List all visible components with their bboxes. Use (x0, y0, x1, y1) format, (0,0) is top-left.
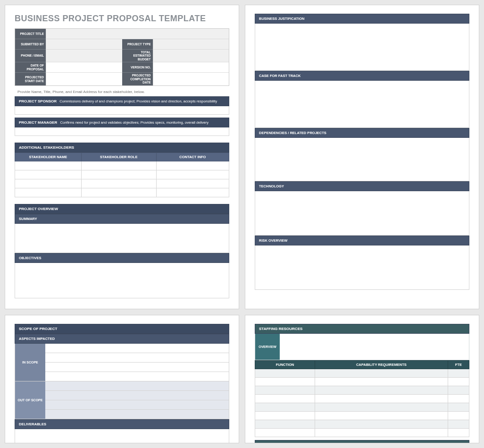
document-title: BUSINESS PROJECT PROPOSAL TEMPLATE (15, 14, 229, 24)
aspects-header: ASPECTS IMPACTED (15, 334, 229, 344)
in-scope-row: IN SCOPE (15, 344, 229, 381)
business-justification-header: BUSINESS JUSTIFICATION (255, 14, 469, 24)
table-row[interactable] (15, 161, 229, 170)
input-objectives[interactable] (15, 263, 229, 298)
input-version-no[interactable] (153, 62, 229, 73)
input-technology[interactable] (255, 191, 469, 236)
label-project-type: PROJECT TYPE (122, 39, 153, 50)
label-projected-completion: PROJECTED COMPLETION DATE (122, 73, 153, 85)
project-sponsor-desc: Commissions delivery of and champions pr… (59, 99, 217, 103)
input-overview[interactable] (280, 334, 469, 360)
table-row[interactable] (255, 403, 469, 412)
fast-track-header: CASE FOR FAST TRACK (255, 71, 469, 81)
input-date-of-proposal[interactable] (46, 62, 122, 73)
project-sponsor-label: PROJECT SPONSOR (19, 99, 57, 103)
page-1: BUSINESS PROJECT PROPOSAL TEMPLATE PROJE… (5, 5, 239, 309)
project-manager-bar: PROJECT MANAGER Confirms need for projec… (15, 118, 229, 127)
table-row[interactable] (255, 386, 469, 395)
risk-overview-header: RISK OVERVIEW (255, 236, 469, 245)
label-project-title: PROJECT TITLE (15, 29, 46, 39)
dependencies-header: DEPENDENCIES / RELATED PROJECTS (255, 128, 469, 138)
objectives-header: OBJECTIVES (15, 253, 229, 263)
table-row[interactable] (255, 395, 469, 403)
input-project-manager[interactable] (15, 127, 229, 136)
input-project-sponsor[interactable] (15, 106, 229, 115)
table-row[interactable] (255, 429, 469, 437)
col-stakeholder-name: STAKEHOLDER NAME (15, 152, 82, 161)
staffing-header: STAFFING RESOURCES (255, 324, 469, 334)
label-total-budget: TOTAL ESTIMATED BUDGET (122, 50, 153, 62)
input-risk-overview[interactable] (255, 245, 469, 290)
table-row[interactable] (255, 420, 469, 429)
out-scope-lines[interactable] (45, 381, 229, 419)
project-manager-desc: Confirms need for project and validates … (60, 120, 209, 125)
input-fast-track[interactable] (255, 81, 469, 128)
table-row[interactable] (255, 378, 469, 386)
label-submitted-by: SUBMITTED BY (15, 39, 46, 50)
summary-header: SUMMARY (15, 214, 229, 224)
stakeholders-table: STAKEHOLDER NAME STAKEHOLDER ROLE CONTAC… (15, 152, 229, 197)
input-deliverables[interactable] (15, 429, 229, 443)
input-projected-completion[interactable] (153, 73, 229, 85)
staffing-table: FUNCTION CAPABILITY REQUIREMENTS FTE (255, 360, 469, 437)
input-total-budget[interactable] (153, 50, 229, 62)
table-row[interactable] (255, 412, 469, 420)
col-contact-info: CONTACT INFO (156, 152, 229, 161)
input-business-justification[interactable] (255, 24, 469, 71)
deliverables-header: DELIVERABLES (15, 419, 229, 429)
table-row[interactable] (15, 188, 229, 197)
col-fte: FTE (448, 361, 469, 369)
project-overview-header: PROJECT OVERVIEW (15, 204, 229, 214)
page-3: SCOPE OF PROJECT ASPECTS IMPACTED IN SCO… (5, 315, 239, 443)
info-grid: PROJECT TITLE SUBMITTED BY PROJECT TYPE … (15, 28, 229, 86)
label-version-no: VERSION NO. (122, 62, 153, 73)
page-2: BUSINESS JUSTIFICATION CASE FOR FAST TRA… (245, 5, 479, 309)
technology-header: TECHNOLOGY (255, 181, 469, 191)
col-function: FUNCTION (255, 361, 315, 369)
input-submitted-by[interactable] (46, 39, 122, 50)
project-sponsor-bar: PROJECT SPONSOR Commissions delivery of … (15, 96, 229, 106)
out-scope-row: OUT OF SCOPE (15, 381, 229, 419)
input-project-title[interactable] (46, 29, 229, 39)
project-manager-label: PROJECT MANAGER (19, 120, 57, 125)
overview-label: OVERVIEW (255, 334, 280, 360)
label-phone-email: PHONE / EMAIL (15, 50, 46, 62)
budget-header: PROJECT BUDGET / COST OVERVIEW (255, 440, 469, 443)
input-project-type[interactable] (153, 39, 229, 50)
col-stakeholder-role: STAKEHOLDER ROLE (81, 152, 156, 161)
stakeholders-header: ADDITIONAL STAKEHOLDERS (15, 143, 229, 152)
label-date-of-proposal: DATE OF PROPOSAL (15, 62, 46, 73)
label-projected-start: PROJECTED START DATE (15, 73, 46, 85)
input-dependencies[interactable] (255, 138, 469, 181)
out-scope-label: OUT OF SCOPE (15, 381, 45, 419)
overview-row: OVERVIEW (255, 334, 469, 360)
input-summary[interactable] (15, 224, 229, 253)
stakeholder-caption: Provide Name, Title, Phone, and Email Ad… (17, 90, 228, 94)
in-scope-label: IN SCOPE (15, 344, 45, 381)
scope-header: SCOPE OF PROJECT (15, 324, 229, 334)
col-capability: CAPABILITY REQUIREMENTS (315, 361, 448, 369)
in-scope-lines[interactable] (45, 344, 229, 381)
page-4: STAFFING RESOURCES OVERVIEW FUNCTION CAP… (245, 315, 479, 443)
input-projected-start[interactable] (46, 73, 122, 85)
table-row[interactable] (15, 179, 229, 188)
input-phone-email[interactable] (46, 50, 122, 62)
table-row[interactable] (255, 369, 469, 378)
table-row[interactable] (15, 170, 229, 179)
